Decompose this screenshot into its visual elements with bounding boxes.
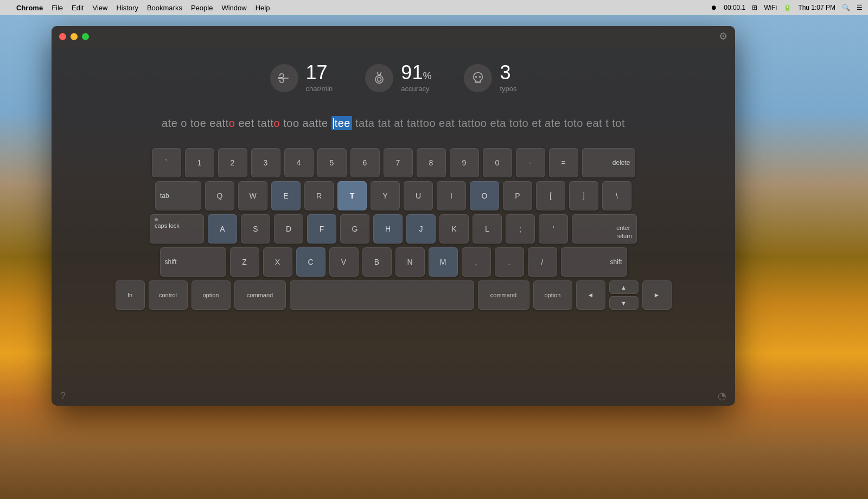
menu-bookmarks[interactable]: Bookmarks	[147, 4, 182, 12]
menu-edit[interactable]: Edit	[72, 4, 84, 12]
key-t[interactable]: T	[337, 181, 367, 210]
key-g[interactable]: G	[340, 214, 369, 244]
key-2[interactable]: 2	[218, 148, 247, 177]
key-enter[interactable]: enterreturn	[572, 214, 637, 244]
key-3[interactable]: 3	[251, 148, 280, 177]
help-button[interactable]: ?	[60, 391, 66, 402]
key-lbracket[interactable]: [	[536, 181, 565, 210]
accuracy-icon	[365, 64, 393, 92]
key-arrow-down[interactable]: ▼	[609, 296, 639, 310]
key-j[interactable]: J	[406, 214, 436, 244]
key-period[interactable]: .	[495, 247, 524, 277]
list-icon[interactable]: ☰	[857, 4, 863, 11]
svg-point-1	[378, 77, 381, 81]
key-i[interactable]: I	[437, 181, 466, 210]
key-6[interactable]: 6	[350, 148, 380, 177]
menu-file[interactable]: File	[52, 4, 63, 12]
key-control[interactable]: control	[149, 280, 188, 310]
search-icon[interactable]: 🔍	[842, 4, 850, 11]
key-shift-right[interactable]: shift	[561, 247, 627, 277]
typos-label: typos	[500, 85, 516, 93]
key-rbracket[interactable]: ]	[569, 181, 598, 210]
key-v[interactable]: V	[329, 247, 359, 277]
window-maximize-button[interactable]	[82, 33, 89, 40]
key-minus[interactable]: -	[516, 148, 545, 177]
key-y[interactable]: Y	[371, 181, 400, 210]
key-k[interactable]: K	[439, 214, 469, 244]
key-n[interactable]: N	[395, 247, 425, 277]
key-comma[interactable]: ,	[462, 247, 491, 277]
key-z[interactable]: Z	[230, 247, 259, 277]
key-r[interactable]: R	[304, 181, 334, 210]
desktop: ⚙ 17 char/min	[0, 15, 868, 499]
key-u[interactable]: U	[404, 181, 433, 210]
key-command-left[interactable]: command	[234, 280, 286, 310]
menu-history[interactable]: History	[116, 4, 138, 12]
window-close-button[interactable]	[59, 33, 66, 40]
key-o[interactable]: O	[470, 181, 499, 210]
window-bottom-bar: ? ◔	[52, 386, 735, 406]
key-shift-left[interactable]: shift	[160, 247, 226, 277]
key-capslock[interactable]: caps lock	[150, 214, 204, 244]
key-w[interactable]: W	[238, 181, 267, 210]
key-option-left[interactable]: option	[192, 280, 231, 310]
key-arrow-left[interactable]: ◄	[576, 280, 605, 310]
menu-people[interactable]: People	[191, 4, 213, 12]
window-titlebar: ⚙	[52, 26, 735, 47]
stats-bar: 17 char/min 91% accuracy	[52, 47, 735, 104]
svg-point-6	[479, 75, 481, 78]
key-equals[interactable]: =	[549, 148, 578, 177]
menu-window[interactable]: Window	[221, 4, 246, 12]
key-quote[interactable]: '	[539, 214, 568, 244]
app-name[interactable]: Chrome	[16, 4, 43, 12]
typing-area[interactable]: ate o toe eatto eet tatto too aatte tee …	[52, 104, 735, 143]
key-d[interactable]: D	[274, 214, 303, 244]
key-9[interactable]: 9	[450, 148, 479, 177]
stats-chart-icon[interactable]: ◔	[718, 390, 726, 402]
key-l[interactable]: L	[473, 214, 502, 244]
key-arrow-up[interactable]: ▲	[609, 280, 639, 294]
menu-help[interactable]: Help	[256, 4, 270, 12]
key-m[interactable]: M	[429, 247, 458, 277]
key-b[interactable]: B	[362, 247, 392, 277]
key-7[interactable]: 7	[384, 148, 413, 177]
typos-text: 3 typos	[500, 63, 516, 93]
key-arrow-right[interactable]: ►	[642, 280, 672, 310]
key-0[interactable]: 0	[483, 148, 512, 177]
key-backtick[interactable]: `	[152, 148, 181, 177]
accuracy-text: 91% accuracy	[401, 63, 431, 93]
key-s[interactable]: S	[241, 214, 270, 244]
window-minimize-button[interactable]	[71, 33, 78, 40]
key-h[interactable]: H	[373, 214, 403, 244]
key-x[interactable]: X	[263, 247, 292, 277]
key-backslash[interactable]: \	[602, 181, 631, 210]
key-a[interactable]: A	[208, 214, 237, 244]
key-option-right[interactable]: option	[533, 280, 572, 310]
key-semicolon[interactable]: ;	[506, 214, 535, 244]
key-p[interactable]: P	[503, 181, 532, 210]
key-e[interactable]: E	[271, 181, 301, 210]
key-f[interactable]: F	[307, 214, 336, 244]
key-fn[interactable]: fn	[116, 280, 145, 310]
key-row-numbers: ` 1 2 3 4 5 6 7 8 9 0 - = delete	[152, 148, 635, 177]
key-command-right[interactable]: command	[478, 280, 529, 310]
typos-icon	[464, 64, 492, 92]
key-5[interactable]: 5	[317, 148, 347, 177]
key-q[interactable]: Q	[205, 181, 234, 210]
key-space[interactable]	[290, 280, 474, 310]
recording-time: 00:00.1	[724, 4, 745, 11]
svg-rect-4	[480, 82, 481, 83]
key-tab[interactable]: tab	[155, 181, 201, 210]
grid-icon: ⊞	[752, 4, 757, 11]
key-slash[interactable]: /	[528, 247, 557, 277]
settings-gear-icon[interactable]: ⚙	[719, 30, 727, 42]
key-c[interactable]: C	[296, 247, 326, 277]
key-8[interactable]: 8	[417, 148, 446, 177]
key-row-asdf: caps lock A S D F G H J K L ; ' enterret…	[150, 214, 637, 244]
key-row-qwerty: tab Q W E R T Y U I O P [ ] \	[155, 181, 631, 210]
menu-view[interactable]: View	[92, 4, 107, 12]
key-delete[interactable]: delete	[582, 148, 635, 177]
key-1[interactable]: 1	[185, 148, 214, 177]
svg-point-0	[375, 75, 383, 83]
key-4[interactable]: 4	[284, 148, 314, 177]
